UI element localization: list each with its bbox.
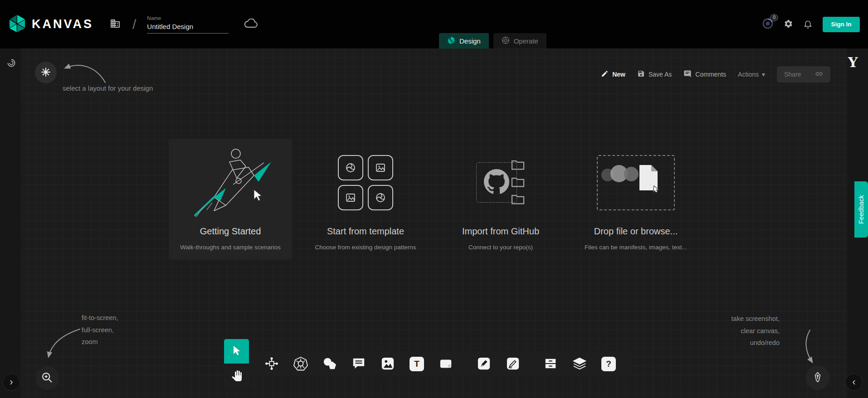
name-label: Name [147, 15, 229, 21]
card-subtitle: Files can be manifests, images, text... [585, 244, 687, 251]
credits-button[interactable]: 0 [762, 18, 774, 31]
help-tool-button[interactable]: ? [598, 353, 619, 375]
share-button[interactable]: Share [777, 66, 830, 83]
media-tool-button[interactable] [377, 353, 399, 375]
text-tool-button[interactable]: T [406, 353, 428, 375]
pencil-icon [601, 70, 609, 79]
tab-operate[interactable]: Operate [493, 33, 546, 49]
template-image-icon [368, 155, 393, 180]
layers-tool-button[interactable] [569, 353, 590, 375]
bell-icon [803, 19, 813, 30]
sparkle-icon [40, 67, 51, 79]
screenshot-hint: take screenshot, clear canvas, undo/redo [731, 313, 780, 349]
design-tab-icon [447, 36, 455, 46]
github-illustration [476, 145, 525, 220]
folder-icon [511, 193, 525, 206]
gear-icon [784, 19, 793, 30]
organization-button[interactable] [110, 18, 121, 30]
tab-design[interactable]: Design [439, 33, 489, 49]
zoom-button[interactable] [35, 366, 59, 390]
card-title: Drop file or browse... [594, 226, 678, 237]
zoom-hint: fit-to-screen, full-screen, zoom [82, 312, 118, 348]
kubernetes-tool-button[interactable] [290, 353, 312, 375]
pointer-tools [224, 339, 249, 389]
card-title: Import from GitHub [462, 226, 539, 237]
settings-button[interactable] [784, 19, 793, 30]
save-icon [637, 70, 645, 79]
kanvas-app: KANVAS / Name [0, 0, 868, 398]
spiral-logo-button[interactable] [5, 57, 18, 70]
template-aperture-icon [368, 185, 393, 210]
comments-icon [683, 70, 692, 79]
card-import-from-github[interactable]: Import from GitHub Connect to your repo(… [439, 139, 562, 260]
y-logo-button[interactable]: Y [848, 54, 858, 70]
shapes-tool-button[interactable] [319, 353, 341, 375]
cloud-sync-button[interactable] [244, 19, 258, 30]
shapes-icon [322, 357, 337, 372]
pen-tool-button[interactable] [473, 353, 495, 375]
card-getting-started[interactable]: Getting Started Walk-throughs and sample… [169, 139, 292, 260]
comments-button[interactable]: Comments [683, 70, 726, 79]
card-title: Start from template [327, 226, 404, 237]
folder-icon [511, 159, 525, 172]
github-icon [484, 169, 509, 196]
layout-hint: select a layout for your design [63, 84, 153, 92]
start-options: Getting Started Walk-throughs and sample… [169, 139, 697, 260]
mode-tabs: Design Operate [439, 33, 546, 49]
comment-tool-button[interactable] [348, 353, 370, 375]
feedback-tab[interactable]: Feedback [854, 181, 868, 238]
card-subtitle: Choose from existing design patterns [315, 244, 416, 251]
kubernetes-icon [293, 356, 308, 372]
component-tool-button[interactable] [261, 353, 283, 375]
sign-in-button[interactable]: Sign In [823, 17, 860, 32]
comment-icon [352, 357, 366, 372]
getting-started-illustration [182, 145, 278, 220]
pen-tools-button[interactable] [805, 365, 830, 390]
component-icon [265, 357, 278, 372]
drawer-icon [544, 357, 557, 372]
expand-right-panel-button[interactable]: ‹ [845, 374, 863, 391]
pen-icon [477, 357, 491, 372]
expand-left-panel-button[interactable]: › [3, 374, 20, 391]
cloud-icon [244, 19, 258, 30]
layers-icon [573, 357, 586, 372]
drawer-tool-button[interactable] [540, 353, 561, 375]
notifications-button[interactable] [803, 19, 813, 30]
select-tool-button[interactable] [224, 339, 249, 364]
new-button[interactable]: New [601, 70, 625, 79]
pencil-draw-icon [506, 357, 520, 372]
header: KANVAS / Name [0, 0, 868, 49]
card-drop-file[interactable]: Drop file or browse... Files can be mani… [574, 139, 697, 260]
building-icon [110, 18, 121, 30]
operate-tab-icon [502, 36, 510, 46]
design-name-input[interactable] [147, 23, 229, 34]
card-subtitle: Walk-throughs and sample scenarios [180, 244, 281, 251]
note-icon [439, 357, 453, 372]
left-edge-panel [0, 49, 21, 398]
image-icon [381, 357, 395, 372]
text-tool-icon: T [410, 357, 424, 371]
magnifier-icon [41, 371, 54, 385]
kanvas-logo[interactable]: KANVAS [7, 14, 93, 35]
template-image-icon [338, 185, 363, 210]
bottom-toolbar: T [249, 351, 631, 377]
layout-button[interactable] [35, 62, 57, 83]
note-tool-button[interactable] [435, 353, 457, 375]
help-icon: ? [601, 357, 616, 371]
save-as-button[interactable]: Save As [637, 70, 672, 79]
template-aperture-icon [338, 155, 363, 180]
hand-icon [231, 370, 242, 383]
actions-dropdown[interactable]: Actions ▾ [738, 71, 765, 78]
credits-badge: 0 [770, 14, 778, 21]
pencil-tool-button[interactable] [502, 353, 524, 375]
breadcrumb-separator: / [132, 17, 136, 32]
pan-tool-button[interactable] [224, 364, 249, 389]
card-subtitle: Connect to your repo(s) [468, 244, 533, 251]
file-icon [637, 164, 660, 194]
drop-zone [597, 155, 675, 210]
canvas-toolbar: New Save As Comments Actions ▾ Sh [601, 66, 830, 83]
card-start-from-template[interactable]: Start from template Choose from existing… [304, 139, 427, 260]
spiral-logo-icon [5, 57, 17, 70]
drop-file-illustration [597, 145, 675, 220]
card-title: Getting Started [200, 226, 261, 237]
